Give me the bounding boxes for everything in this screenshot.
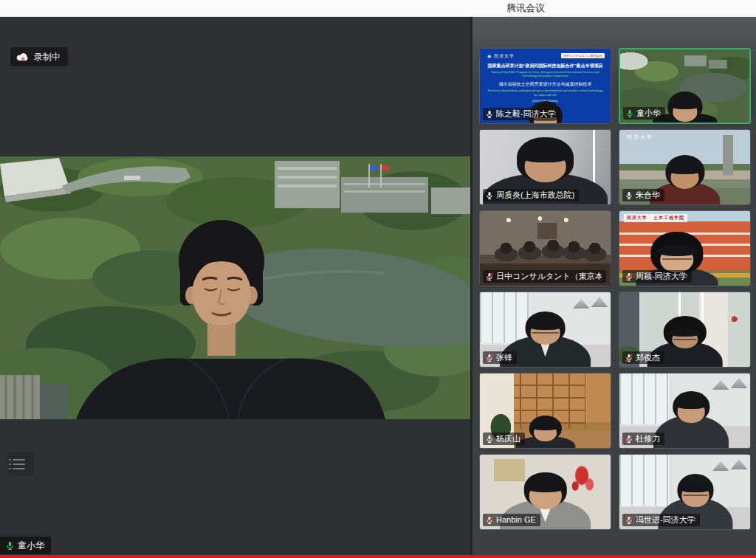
meeting-title: 腾讯会议 (506, 1, 545, 15)
mic-muted-icon (625, 354, 633, 362)
participant-name: 杨庆山 (496, 434, 520, 444)
participant-name-label: 陈之毅-同济大学 (483, 108, 560, 120)
participant-name-label: 日中コンサルタント（東京本社） (483, 270, 606, 283)
participant-name-label: Hanbin GE (483, 514, 540, 526)
mic-on-icon (485, 110, 494, 119)
participant-name: 陈之毅-同济大学 (496, 109, 556, 119)
participant-name: 日中コンサルタント（東京本社） (496, 272, 602, 281)
recording-badge[interactable]: 录制中 (10, 47, 68, 66)
participant-tile[interactable]: 同济大学 朱合华 (619, 129, 751, 205)
background-watermark-logo: 同济大学 · 土木工程学院 (624, 214, 687, 222)
participant-name: 童小华 (636, 108, 661, 118)
background-watermark-logo: 同济大学 (624, 133, 656, 142)
campus-aerial-video (0, 156, 470, 419)
participant-tile[interactable]: 张锋 (479, 292, 611, 368)
participant-name: 周质炎(上海市政总院) (496, 190, 574, 200)
participant-name-label: 张锋 (483, 351, 517, 364)
participant-tile[interactable]: Hanbin GE (479, 454, 611, 530)
participant-name: 冯世进-同济大学 (636, 515, 695, 525)
cloud-record-icon (16, 52, 30, 62)
participant-name-label: 周颖-同济大学 (622, 270, 692, 283)
participant-name: 杜修力 (636, 434, 660, 444)
participant-name-label: 杨庆山 (483, 433, 525, 445)
participant-name-label: 郑俊杰 (622, 351, 664, 364)
participant-name: Hanbin GE (496, 515, 536, 525)
mic-on-icon (625, 191, 633, 200)
participant-tile[interactable]: 郑俊杰 (619, 292, 751, 368)
layout-list-icon[interactable] (7, 452, 34, 476)
participant-grid: ◉ 同济大学 日中コンサルタント株式会社 国家重点研发计划“政府间国际科技创新合… (479, 48, 751, 530)
mic-muted-icon (625, 272, 633, 281)
mic-muted-icon (485, 354, 494, 362)
participant-tile[interactable]: ◉ 同济大学 日中コンサルタント株式会社 国家重点研发计划“政府间国际科技创新合… (479, 48, 611, 124)
participant-name-label: 杜修力 (622, 433, 664, 445)
mic-muted-icon (625, 516, 633, 525)
participant-sidebar: ◉ 同济大学 日中コンサルタント株式会社 国家重点研发计划“政府间国际科技创新合… (472, 16, 756, 558)
mic-speaking-icon (5, 541, 15, 551)
participant-tile[interactable]: 冯世进-同济大学 (619, 454, 751, 530)
stage-speaker-label: 童小华 (0, 537, 51, 554)
participant-tile[interactable]: 杜修力 (619, 373, 751, 449)
stage-speaker-name: 童小华 (18, 540, 44, 552)
participant-tile[interactable]: 杨庆山 (479, 373, 611, 449)
participant-tile[interactable]: 同济大学 · 土木工程学院 周颖-同济大学 (619, 210, 751, 286)
participant-name: 张锋 (496, 353, 512, 362)
mic-on-icon (485, 435, 494, 444)
participant-tile[interactable]: 童小华 (619, 48, 751, 124)
participant-name-label: 朱合华 (622, 189, 664, 202)
mic-speaking-icon (625, 109, 634, 118)
mic-muted-icon (485, 516, 494, 525)
participant-name-label: 童小华 (623, 107, 665, 120)
mic-muted-icon (625, 435, 633, 444)
main-stage: 录制中 (0, 16, 470, 558)
participant-name-label: 冯世进-同济大学 (622, 514, 700, 526)
screen-share-border (0, 555, 756, 558)
recording-label: 录制中 (34, 51, 61, 63)
main-video[interactable] (0, 156, 470, 419)
mic-on-icon (485, 191, 494, 200)
participant-name: 周颖-同济大学 (636, 272, 687, 281)
participant-tile[interactable]: 周质炎(上海市政总院) (479, 129, 611, 205)
mic-muted-icon (485, 272, 494, 281)
window-title-bar[interactable]: 腾讯会议 (0, 0, 756, 17)
participant-name: 郑俊杰 (636, 353, 660, 362)
participant-name: 朱合华 (636, 190, 660, 200)
participant-tile[interactable]: 日中コンサルタント（東京本社） (479, 210, 611, 286)
participant-name-label: 周质炎(上海市政总院) (483, 189, 579, 202)
